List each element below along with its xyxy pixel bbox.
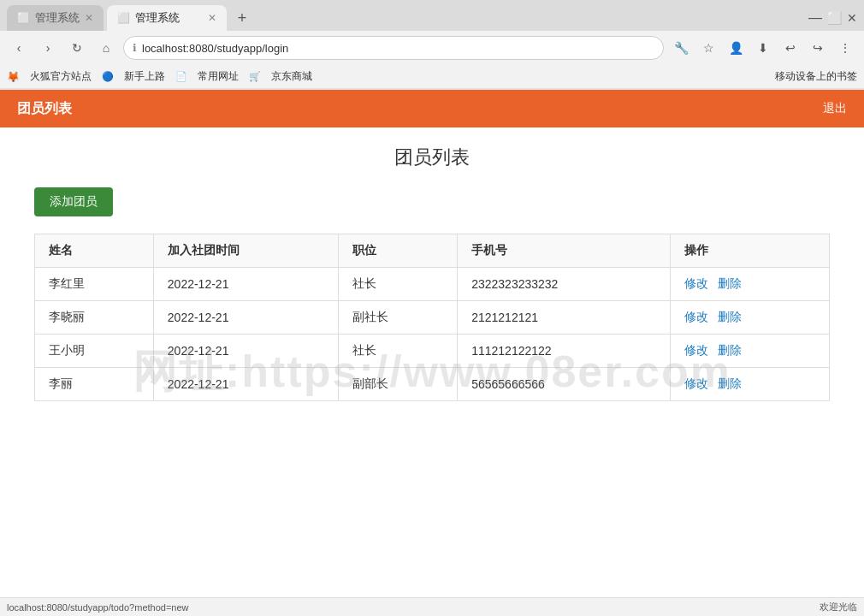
- tab-inactive-label: 管理系统: [35, 10, 80, 26]
- address-text: localhost:8080/studyapp/login: [142, 42, 288, 55]
- minimize-button[interactable]: —: [808, 10, 822, 26]
- cell-phone: 2121212121: [458, 301, 670, 335]
- history-back-button[interactable]: ↩: [778, 36, 802, 60]
- cell-join-date: 2022-12-21: [153, 301, 339, 335]
- app-content: 团员列表 添加团员 姓名 加入社团时间 职位 手机号 操作 李红里 2022-1…: [0, 127, 864, 418]
- back-button[interactable]: ‹: [7, 36, 31, 60]
- cell-actions: 修改 删除: [670, 268, 829, 301]
- cell-phone: 2322323233232: [458, 268, 670, 301]
- status-bar: localhost:8080/studyapp/todo?method=new …: [0, 597, 864, 616]
- logout-button[interactable]: 退出: [823, 101, 847, 116]
- close-button[interactable]: ✕: [847, 11, 857, 25]
- cell-actions: 修改 删除: [670, 301, 829, 335]
- tab-close-icon[interactable]: ✕: [85, 12, 93, 24]
- app-wrapper: 网址:https://www.08er.com 团员列表 退出 团员列表 添加团…: [0, 90, 864, 616]
- bookmark-newuser[interactable]: 新手上路: [124, 69, 165, 84]
- browser-chrome: ⬜ 管理系统 ✕ ⬜ 管理系统 ✕ + — ⬜ ✕ ‹ › ↻ ⌂ ℹ loca…: [0, 0, 864, 90]
- cell-join-date: 2022-12-21: [153, 368, 339, 401]
- cell-position: 社长: [339, 335, 458, 368]
- tab-bar: ⬜ 管理系统 ✕ ⬜ 管理系统 ✕ + — ⬜ ✕: [0, 0, 864, 31]
- tab-inactive[interactable]: ⬜ 管理系统 ✕: [7, 5, 104, 31]
- bookmark-firefox[interactable]: 火狐官方站点: [30, 69, 92, 84]
- reload-button[interactable]: ↻: [65, 36, 89, 60]
- cell-name: 李丽: [35, 368, 154, 401]
- forward-button[interactable]: ›: [36, 36, 60, 60]
- edit-link[interactable]: 修改: [684, 376, 708, 390]
- cell-position: 副部长: [339, 368, 458, 401]
- delete-link[interactable]: 删除: [718, 343, 742, 357]
- edit-link[interactable]: 修改: [684, 310, 708, 323]
- cell-join-date: 2022-12-21: [153, 268, 339, 301]
- delete-link[interactable]: 删除: [718, 276, 742, 290]
- cell-name: 李红里: [35, 268, 154, 301]
- bookmark-icon: 🦊: [7, 71, 20, 83]
- app: 团员列表 退出 团员列表 添加团员 姓名 加入社团时间 职位 手机号 操作 李红…: [0, 90, 864, 616]
- col-name: 姓名: [35, 234, 154, 268]
- app-header: 团员列表 退出: [0, 90, 864, 127]
- delete-link[interactable]: 删除: [718, 310, 742, 323]
- edit-link[interactable]: 修改: [684, 276, 708, 290]
- col-action: 操作: [670, 234, 829, 268]
- col-phone: 手机号: [458, 234, 670, 268]
- nav-bar: ‹ › ↻ ⌂ ℹ localhost:8080/studyapp/login …: [0, 31, 864, 65]
- tab-active[interactable]: ⬜ 管理系统 ✕: [107, 5, 227, 31]
- table-header-row: 姓名 加入社团时间 职位 手机号 操作: [35, 234, 830, 268]
- restore-button[interactable]: ⬜: [827, 11, 842, 25]
- bookmarks-bar: 🦊 火狐官方站点 🔵 新手上路 📄 常用网址 🛒 京东商城 移动设备上的书签: [0, 65, 864, 89]
- address-lock-icon: ℹ: [133, 42, 137, 54]
- table-row: 李丽 2022-12-21 副部长 56565666566 修改 删除: [35, 368, 830, 401]
- tab-active-close-icon[interactable]: ✕: [208, 12, 216, 24]
- cell-actions: 修改 删除: [670, 335, 829, 368]
- cell-join-date: 2022-12-21: [153, 335, 339, 368]
- cell-position: 社长: [339, 268, 458, 301]
- cell-phone: 56565666566: [458, 368, 670, 401]
- col-join-date: 加入社团时间: [153, 234, 339, 268]
- tab-active-label: 管理系统: [135, 10, 180, 26]
- page-title: 团员列表: [34, 145, 830, 170]
- status-url: localhost:8080/studyapp/todo?method=new: [7, 602, 189, 613]
- nav-right-buttons: 🔧 ☆ 👤 ⬇ ↩ ↪ ⋮: [669, 36, 857, 60]
- table-row: 李红里 2022-12-21 社长 2322323233232 修改 删除: [35, 268, 830, 301]
- col-position: 职位: [339, 234, 458, 268]
- home-button[interactable]: ⌂: [94, 36, 118, 60]
- app-header-title: 团员列表: [17, 100, 72, 118]
- status-right: 欢迎光临: [820, 601, 857, 613]
- bookmark-common[interactable]: 常用网址: [198, 69, 239, 84]
- cell-position: 副社长: [339, 301, 458, 335]
- address-bar[interactable]: ℹ localhost:8080/studyapp/login: [123, 36, 664, 60]
- edit-link[interactable]: 修改: [684, 343, 708, 357]
- delete-link[interactable]: 删除: [718, 376, 742, 390]
- table-row: 李晓丽 2022-12-21 副社长 2121212121 修改 删除: [35, 301, 830, 335]
- cell-actions: 修改 删除: [670, 368, 829, 401]
- mobile-bookmarks[interactable]: 移动设备上的书签: [775, 69, 857, 84]
- history-forward-button[interactable]: ↪: [806, 36, 830, 60]
- profile-button[interactable]: 👤: [724, 36, 748, 60]
- cell-name: 王小明: [35, 335, 154, 368]
- cell-name: 李晓丽: [35, 301, 154, 335]
- download-button[interactable]: ⬇: [751, 36, 775, 60]
- member-table: 姓名 加入社团时间 职位 手机号 操作 李红里 2022-12-21 社长 23…: [34, 234, 830, 401]
- extensions-button[interactable]: 🔧: [669, 36, 693, 60]
- bookmark-star-button[interactable]: ☆: [696, 36, 720, 60]
- bookmark-jd[interactable]: 京东商城: [271, 69, 312, 84]
- new-tab-button[interactable]: +: [230, 6, 254, 30]
- add-member-button[interactable]: 添加团员: [34, 187, 113, 216]
- table-row: 王小明 2022-12-21 社长 111212122122 修改 删除: [35, 335, 830, 368]
- more-button[interactable]: ⋮: [833, 36, 857, 60]
- cell-phone: 111212122122: [458, 335, 670, 368]
